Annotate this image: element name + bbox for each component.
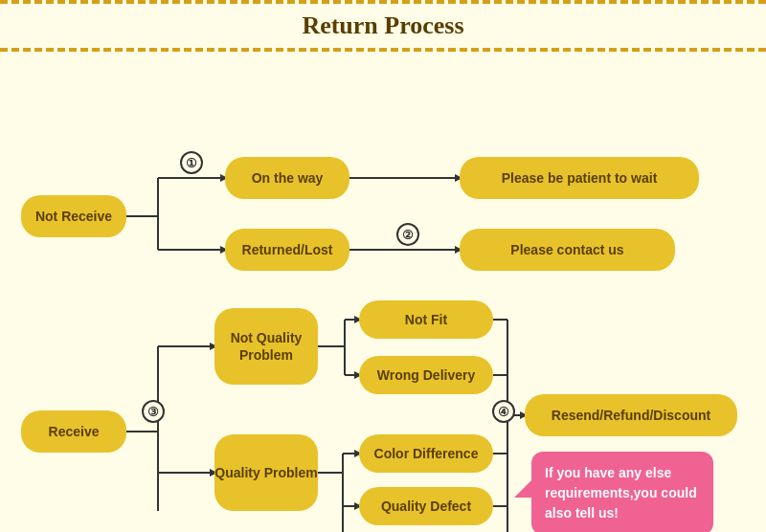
box-returned-lost: Returned/Lost — [225, 229, 349, 271]
box-please-contact: Please contact us — [460, 229, 675, 271]
box-resend: Resend/Refund/Discount — [525, 394, 737, 436]
box-please-wait: Please be patient to wait — [460, 157, 699, 199]
badge-1: ① — [180, 151, 203, 174]
title-bar: Return Process — [0, 0, 766, 52]
box-not-fit: Not Fit — [359, 300, 493, 339]
box-quality-problem: Quality Problem — [214, 434, 318, 511]
box-quality-defect: Quality Defect — [359, 487, 493, 525]
box-on-the-way: On the way — [225, 157, 349, 199]
speech-bubble: If you have any else requirements,you co… — [531, 452, 713, 532]
box-not-receive: Not Receive — [21, 195, 126, 237]
box-color-diff: Color Difference — [359, 434, 493, 473]
diagram: Not Receive On the way Returned/Lost Ple… — [0, 61, 766, 532]
box-receive: Receive — [21, 410, 126, 453]
page-title: Return Process — [0, 11, 766, 40]
box-wrong-delivery: Wrong Delivery — [359, 356, 493, 394]
box-not-quality: Not Quality Problem — [214, 308, 318, 385]
badge-3: ③ — [142, 400, 165, 423]
badge-2: ② — [396, 223, 419, 246]
badge-4: ④ — [492, 400, 515, 423]
